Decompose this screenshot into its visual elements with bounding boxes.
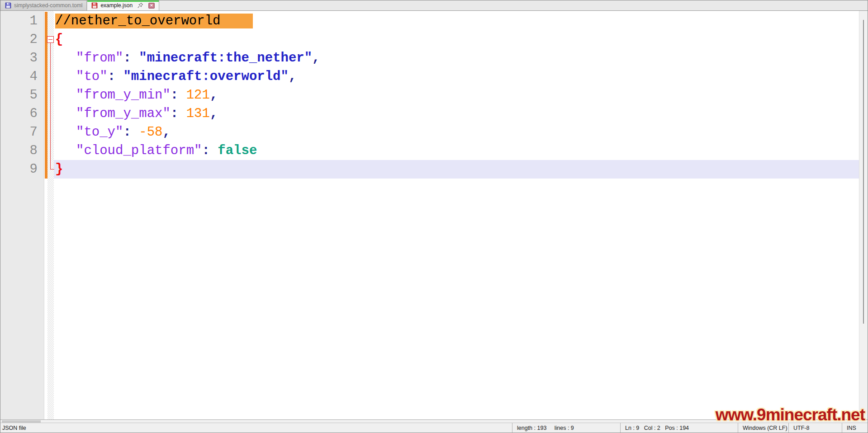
- code-token: :: [123, 125, 139, 140]
- code-line-9[interactable]: }: [54, 160, 859, 179]
- code-token: -58: [139, 125, 162, 140]
- line-number: 1: [0, 12, 44, 30]
- code-area[interactable]: //nether_to_overworld{"from": "minecraft…: [54, 12, 859, 179]
- line-number-gutter: 123456789: [0, 11, 44, 419]
- code-token: "cloud_platform": [76, 143, 202, 158]
- code-token: ,: [312, 51, 320, 66]
- fold-margin: [47, 11, 54, 419]
- code-line-3[interactable]: "from": "minecraft:the_nether",: [54, 49, 859, 67]
- pin-icon[interactable]: [137, 2, 143, 9]
- line-number: 3: [0, 49, 44, 67]
- line-number: 7: [0, 123, 44, 141]
- code-token: {: [55, 32, 63, 47]
- close-icon[interactable]: ✕: [148, 3, 155, 9]
- code-token: //nether_to_overworld: [55, 14, 253, 28]
- fold-collapse-icon[interactable]: [47, 36, 54, 43]
- code-token: "minecraft:overworld": [123, 69, 288, 84]
- code-line-5[interactable]: "from_y_min": 121,: [54, 86, 859, 104]
- code-token: :: [123, 51, 139, 66]
- status-doc-type: JSON file: [0, 423, 512, 433]
- line-number: 8: [0, 141, 44, 160]
- line-number: 6: [0, 104, 44, 123]
- code-line-4[interactable]: "to": "minecraft:overworld",: [54, 67, 859, 86]
- code-line-8[interactable]: "cloud_platform": false: [54, 141, 859, 160]
- tab-label: example.json: [100, 2, 133, 9]
- code-line-7[interactable]: "to_y": -58,: [54, 123, 859, 141]
- status-insert-mode[interactable]: INS: [842, 423, 868, 433]
- code-token: :: [108, 69, 123, 84]
- code-token: 131: [186, 106, 210, 121]
- code-token: ,: [162, 125, 170, 140]
- modified-file-floppy-icon: [91, 2, 98, 9]
- code-line-6[interactable]: "from_y_max": 131,: [54, 104, 859, 123]
- fold-guide-line: [50, 43, 51, 169]
- tab-example-json[interactable]: example.json ✕: [87, 0, 159, 10]
- code-token: "from": [76, 51, 123, 66]
- code-token: ,: [289, 69, 296, 84]
- code-token: "minecraft:the_nether": [139, 51, 312, 66]
- vertical-scrollbar[interactable]: [859, 11, 868, 419]
- code-token: ,: [210, 88, 218, 103]
- editor-pane[interactable]: 123456789 //nether_to_overworld{"from": …: [0, 11, 868, 419]
- code-token: 121: [186, 88, 210, 103]
- code-token: "to_y": [76, 125, 123, 140]
- code-line-1[interactable]: //nether_to_overworld: [54, 12, 859, 30]
- line-number: 5: [0, 86, 44, 104]
- status-length-lines: length : 193 lines : 9: [512, 423, 620, 433]
- tab-simplystacked-common-toml[interactable]: simplystacked-common.toml: [0, 0, 87, 10]
- code-token: "from_y_min": [76, 88, 171, 103]
- code-token: "from_y_max": [76, 106, 171, 121]
- vertical-scrollbar-thumb[interactable]: [863, 20, 864, 324]
- code-token: :: [202, 143, 218, 158]
- status-cursor-position: Ln : 9 Col : 2 Pos : 194: [620, 423, 738, 433]
- notepad-plus-plus-window: simplystacked-common.toml example.json ✕: [0, 0, 868, 433]
- watermark-9minecraft: www.9minecraft.net: [716, 405, 865, 424]
- code-token: false: [218, 143, 257, 158]
- code-token: }: [55, 162, 63, 177]
- saved-file-floppy-icon: [5, 2, 11, 9]
- status-eol-format[interactable]: Windows (CR LF): [738, 423, 788, 433]
- code-line-2[interactable]: {: [54, 30, 859, 49]
- code-token: ,: [210, 106, 218, 121]
- code-token: :: [171, 106, 186, 121]
- tab-bar: simplystacked-common.toml example.json ✕: [0, 0, 868, 11]
- tab-label: simplystacked-common.toml: [14, 2, 82, 9]
- fold-guide-end: [50, 166, 54, 169]
- status-encoding[interactable]: UTF-8: [788, 423, 842, 433]
- line-number: 9: [0, 160, 44, 179]
- horizontal-scrollbar-thumb[interactable]: [2, 420, 41, 423]
- line-number: 2: [0, 30, 44, 49]
- code-token: "to": [76, 69, 108, 84]
- line-number: 4: [0, 67, 44, 86]
- code-token: :: [171, 88, 186, 103]
